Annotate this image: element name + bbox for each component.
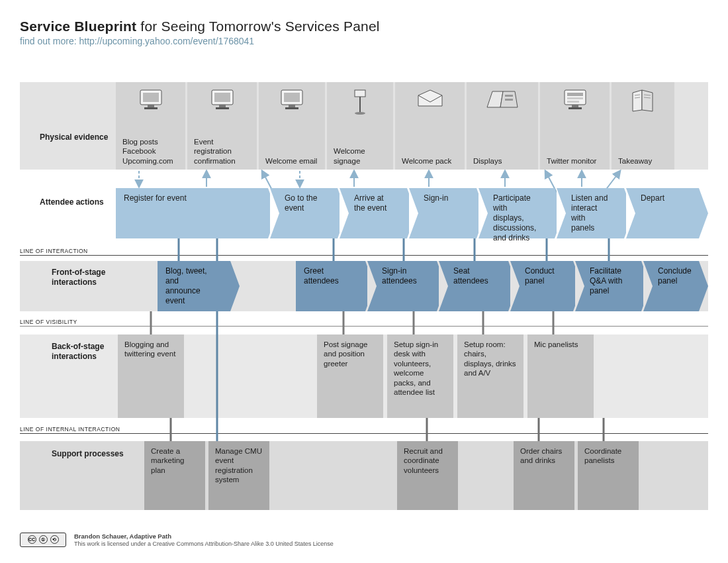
chev-label: Seat attendees bbox=[453, 266, 488, 285]
row-label-front: Front-of-stage interactions bbox=[52, 268, 148, 287]
box-label: Recruit and coordinate volunteers bbox=[404, 447, 443, 474]
evidence-label: Twitter monitor bbox=[547, 156, 606, 166]
box-label: Create a marketing plan bbox=[151, 447, 185, 474]
back-blogging: Blogging and twittering event bbox=[118, 334, 184, 418]
chev-label: Participate with displays, discussions, … bbox=[493, 193, 536, 242]
evidence-welcome-pack: Welcome pack bbox=[395, 82, 465, 170]
evidence-label: Takeaway bbox=[618, 156, 670, 166]
box-label: Setup sign-in desk with volunteers, welc… bbox=[394, 340, 438, 396]
attendee-listen: Listen and interact with panels bbox=[557, 188, 624, 238]
evidence-label: Displays bbox=[473, 156, 534, 166]
cc-badge-icon: CC①⟲ bbox=[20, 533, 66, 547]
front-sign-in: Sign-in attendees bbox=[367, 261, 437, 311]
line-label-internal: LINE OF INTERNAL INTERACTION bbox=[20, 426, 120, 433]
box-label: Coordinate panelists bbox=[584, 447, 621, 464]
chev-label: Sign-in attendees bbox=[382, 266, 417, 285]
evidence-welcome-email: Welcome email bbox=[259, 82, 325, 170]
chev-label: Greet attendees bbox=[304, 266, 339, 285]
front-facilitate-qa: Facilitate Q&A with panel bbox=[575, 261, 641, 311]
envelope-icon bbox=[416, 89, 445, 111]
evidence-blog-posts: Blog posts Facebook Upcoming.com bbox=[116, 82, 185, 170]
svg-rect-28 bbox=[148, 105, 154, 107]
back-mic-panelists: Mic panelists bbox=[527, 334, 594, 418]
support-cmu-registration: Manage CMU event registration system bbox=[208, 441, 269, 510]
monitor-icon bbox=[279, 89, 305, 113]
attendee-participate: Participate with displays, discussions, … bbox=[478, 188, 555, 238]
evidence-displays: Displays bbox=[467, 82, 538, 170]
header: Service Blueprint for Seeing Tomorrow's … bbox=[20, 19, 380, 46]
back-post-signage: Post signage and position greeter bbox=[317, 334, 383, 418]
box-label: Manage CMU event registration system bbox=[215, 447, 262, 484]
box-label: Order chairs and drinks bbox=[520, 447, 562, 464]
box-label: Blogging and twittering event bbox=[124, 340, 175, 358]
svg-rect-38 bbox=[355, 90, 365, 97]
line-of-visibility bbox=[20, 326, 708, 327]
svg-rect-32 bbox=[219, 105, 226, 107]
back-setup-signin: Setup sign-in desk with volunteers, welc… bbox=[387, 334, 453, 418]
attendee-sign-in: Sign-in bbox=[409, 188, 477, 238]
footer-license: This work is licensed under a Creative C… bbox=[74, 540, 334, 548]
subtitle-link[interactable]: find out more: http://upcoming.yahoo.com… bbox=[20, 36, 380, 46]
svg-rect-31 bbox=[214, 93, 230, 102]
chev-label: Depart bbox=[641, 193, 664, 203]
evidence-label: Welcome email bbox=[265, 156, 321, 166]
support-marketing-plan: Create a marketing plan bbox=[144, 441, 205, 510]
monitor-icon bbox=[138, 89, 164, 113]
box-label: Setup room: chairs, displays, drinks and… bbox=[464, 340, 516, 377]
evidence-label: Blog posts Facebook Upcoming.com bbox=[122, 137, 181, 166]
line-of-interaction bbox=[20, 255, 708, 256]
chev-label: Conclude panel bbox=[658, 266, 692, 285]
line-label-visibility: LINE OF VISIBILITY bbox=[20, 319, 77, 325]
svg-rect-29 bbox=[144, 107, 158, 109]
evidence-twitter-monitor: Twitter monitor bbox=[540, 82, 610, 170]
svg-rect-46 bbox=[567, 101, 579, 103]
evidence-label: Welcome pack bbox=[402, 156, 461, 166]
svg-rect-42 bbox=[505, 99, 513, 101]
svg-rect-33 bbox=[216, 107, 229, 109]
svg-rect-45 bbox=[567, 97, 583, 99]
support-coordinate-panelists: Coordinate panelists bbox=[578, 441, 639, 510]
line-of-internal-interaction bbox=[20, 433, 708, 434]
attendee-depart: Depart bbox=[626, 188, 699, 238]
attendee-arrive: Arrive at the event bbox=[340, 188, 407, 238]
footer: CC①⟲ Brandon Schauer, Adaptive Path This… bbox=[20, 533, 334, 548]
chev-label: Blog, tweet, and announce event bbox=[165, 266, 207, 305]
chev-label: Arrive at the event bbox=[354, 193, 387, 213]
front-blog-tweet: Blog, tweet, and announce event bbox=[158, 261, 230, 311]
monitor-icon bbox=[209, 89, 236, 113]
svg-rect-44 bbox=[567, 93, 583, 96]
box-label: Mic panelists bbox=[534, 340, 578, 348]
displays-icon bbox=[486, 89, 519, 112]
box-label: Post signage and position greeter bbox=[324, 340, 368, 368]
front-greet: Greet attendees bbox=[296, 261, 365, 311]
attendee-register: Register for event bbox=[116, 188, 268, 238]
title-rest: for Seeing Tomorrow's Services Panel bbox=[136, 19, 379, 34]
paper-icon bbox=[630, 89, 657, 115]
chev-label: Go to the event bbox=[285, 193, 317, 213]
monitor-icon bbox=[562, 89, 588, 113]
back-setup-room: Setup room: chairs, displays, drinks and… bbox=[457, 334, 523, 418]
chev-label: Facilitate Q&A with panel bbox=[590, 266, 622, 295]
svg-rect-37 bbox=[285, 107, 298, 109]
svg-rect-36 bbox=[289, 105, 295, 107]
sign-icon bbox=[351, 89, 369, 117]
front-seat: Seat attendees bbox=[439, 261, 508, 311]
chev-label: Conduct panel bbox=[525, 266, 555, 285]
service-blueprint-diagram: Service Blueprint for Seeing Tomorrow's … bbox=[0, 0, 728, 563]
row-label-support: Support processes bbox=[52, 449, 148, 459]
footer-credit: Brandon Schauer, Adaptive Path bbox=[74, 533, 334, 540]
svg-rect-47 bbox=[572, 105, 578, 107]
title-bold: Service Blueprint bbox=[20, 19, 136, 34]
page-title: Service Blueprint for Seeing Tomorrow's … bbox=[20, 19, 380, 34]
front-conduct-panel: Conduct panel bbox=[510, 261, 573, 311]
support-order-chairs: Order chairs and drinks bbox=[514, 441, 574, 510]
svg-rect-41 bbox=[505, 95, 513, 97]
chev-label: Register for event bbox=[124, 193, 187, 203]
evidence-welcome-signage: Welcome signage bbox=[327, 82, 393, 170]
svg-point-40 bbox=[355, 112, 365, 115]
line-label-interaction: LINE OF INTERACTION bbox=[20, 248, 88, 254]
svg-rect-48 bbox=[569, 107, 582, 109]
footer-text: Brandon Schauer, Adaptive Path This work… bbox=[74, 533, 334, 548]
attendee-go-to-event: Go to the event bbox=[270, 188, 338, 238]
evidence-registration-confirmation: Event registration confirmation bbox=[187, 82, 257, 170]
